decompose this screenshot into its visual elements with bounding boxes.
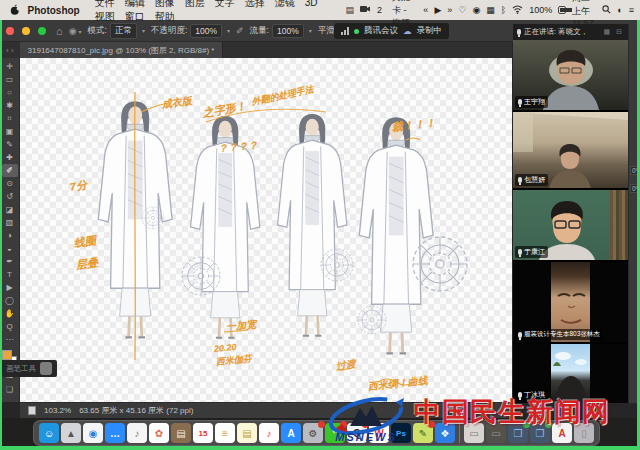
participant-tile[interactable]: 王宇翔 <box>513 40 628 110</box>
media-play-icon[interactable]: ▶ <box>434 6 441 15</box>
bluetooth-icon[interactable]: ᛒ <box>501 6 506 15</box>
dock-reminders[interactable]: ≡ <box>215 423 235 443</box>
screen-share-border-left <box>0 20 2 450</box>
crop-tool[interactable]: ⌗ <box>2 112 18 125</box>
lasso-tool[interactable]: ○ <box>2 86 18 99</box>
participant-tile[interactable]: 包慧妍 <box>513 112 628 188</box>
zoom-level[interactable]: 103.2% <box>44 406 71 415</box>
pen-tool[interactable]: ✒ <box>2 255 18 268</box>
dock-photos[interactable]: ✿ <box>149 423 169 443</box>
participant-tile[interactable]: 服装设计专生本803张林杰 <box>513 262 628 342</box>
menubar-clock[interactable]: 周二 上午11:57 <box>572 0 596 28</box>
dock-launchpad[interactable]: ▲ <box>61 423 81 443</box>
record-icon[interactable]: ◉ <box>472 6 480 15</box>
mode-field[interactable]: 模式: 正常▾ <box>88 23 145 39</box>
hand-tool[interactable]: ✋ <box>2 307 18 320</box>
eyedropper-tool[interactable]: ✎ <box>2 138 18 151</box>
gradient-tool[interactable]: ▧ <box>2 216 18 229</box>
panel-field[interactable]: 0% <box>630 166 637 175</box>
move-tool[interactable]: ✛ <box>2 60 18 73</box>
screen-share-icon[interactable]: ▤ <box>345 6 354 15</box>
menu-item-9[interactable]: 窗口 <box>125 11 145 22</box>
dock-app-store[interactable]: A <box>281 423 301 443</box>
dock-calendar[interactable]: 15 <box>193 423 213 443</box>
more-tools-button[interactable]: ⋯ <box>2 333 18 346</box>
brush-preset-icon[interactable]: ◉▾ <box>69 26 82 36</box>
dock-media-app[interactable]: ♪ <box>127 423 147 443</box>
dock-contacts[interactable]: ▤ <box>171 423 191 443</box>
path-select-tool[interactable]: ▶ <box>2 281 18 294</box>
document-tab[interactable]: 3191647087810_pic.jpg @ 103% (图层 2, RGB/… <box>20 42 224 58</box>
screen: Photoshop 文件编辑图像图层文字选择滤镜3D视图窗口帮助 ▤ 2 莫妮卡… <box>0 0 640 450</box>
watermark-logo: MSNEWS <box>318 394 414 446</box>
mode-value: 正常 <box>110 23 137 39</box>
participant-tile[interactable]: 于康江 <box>513 190 628 260</box>
menu-item-4[interactable]: 文字 <box>215 0 235 8</box>
keyboard-icon[interactable]: ▦ <box>486 6 495 15</box>
history-brush-tool[interactable]: ↺ <box>2 190 18 203</box>
tab-scroll-chevrons[interactable]: ‹ › <box>0 46 20 55</box>
media-next-icon[interactable]: » <box>447 6 452 15</box>
marquee-tool[interactable]: ▭ <box>2 73 18 86</box>
meeting-camera-icon[interactable] <box>360 5 371 15</box>
wand-tool[interactable]: ✱ <box>2 99 18 112</box>
blur-tool[interactable]: ◑ <box>2 229 18 242</box>
opacity-field[interactable]: 不透明度: 100%▾ <box>151 24 230 38</box>
pressure-opacity-icon[interactable]: ✐ <box>236 26 244 36</box>
participant-name: 于康江 <box>524 247 545 257</box>
notification-list-icon[interactable]: ≡ <box>629 6 634 15</box>
sketch-annotation: 过渡 <box>335 357 357 374</box>
watermark-logo-text: MSNEWS <box>335 431 397 443</box>
healing-tool[interactable]: ✚ <box>2 151 18 164</box>
fashion-sketch <box>20 58 512 402</box>
shape-tool[interactable]: ◯ <box>2 294 18 307</box>
zoom-tool[interactable]: Q <box>2 320 18 333</box>
brush-tool[interactable]: ✐ <box>2 164 18 177</box>
tooltip-pill <box>40 362 52 375</box>
stamp-tool[interactable]: ⊙ <box>2 177 18 190</box>
panel-field[interactable]: 0% <box>630 184 637 193</box>
menu-item-3[interactable]: 图层 <box>185 0 205 8</box>
menu-item-1[interactable]: 编辑 <box>125 0 145 8</box>
wifi-icon[interactable] <box>512 5 523 16</box>
dock-notes[interactable]: ▤ <box>237 423 257 443</box>
ps-tab-row: ‹ › 3191647087810_pic.jpg @ 103% (图层 2, … <box>0 42 512 58</box>
home-icon[interactable]: ⌂ <box>56 25 63 37</box>
menu-item-5[interactable]: 选择 <box>245 0 265 8</box>
document-dimensions[interactable]: 63.65 厘米 x 45.16 厘米 (72 ppi) <box>79 405 193 416</box>
type-tool[interactable]: T <box>2 268 18 281</box>
menu-item-2[interactable]: 图像 <box>155 0 175 8</box>
dodge-tool[interactable]: ◒ <box>2 242 18 255</box>
media-prev-icon[interactable]: « <box>423 6 428 15</box>
window-minimize-button[interactable] <box>22 27 30 35</box>
dock-finder[interactable]: ☺ <box>39 423 59 443</box>
menu-item-8[interactable]: 视图 <box>95 11 115 22</box>
menu-item-0[interactable]: 文件 <box>95 0 115 8</box>
ps-canvas[interactable]: 成衣版之字形！外翻的处理手法？？？？裁！！！7分线圈层叠一加宽20.20西米伽芬… <box>20 58 512 402</box>
menu-item-7[interactable]: 3D <box>305 0 318 8</box>
foreground-color-swatch[interactable] <box>2 350 12 360</box>
flow-field[interactable]: 流量: 100%▾ <box>250 24 312 38</box>
dock-music[interactable]: ♪ <box>259 423 279 443</box>
dock-messages[interactable]: … <box>105 423 125 443</box>
participant-name: 服装设计专生本803张林杰 <box>524 330 600 339</box>
window-zoom-button[interactable] <box>38 27 46 35</box>
eraser-tool[interactable]: ◪ <box>2 203 18 216</box>
tencent-meeting-bar[interactable]: 腾讯会议 ☁ 录制中 <box>334 23 449 39</box>
signal-icon <box>341 27 349 35</box>
document-title: 3191647087810_pic.jpg @ 103% (图层 2, RGB/… <box>28 45 215 56</box>
screen-mode-button[interactable]: ❏ <box>2 383 18 396</box>
dock-safari[interactable]: ◉ <box>83 423 103 443</box>
sketch-annotation: 线圈 <box>73 233 97 251</box>
menubar-app-name[interactable]: Photoshop <box>28 5 80 16</box>
menu-item-10[interactable]: 帮助 <box>155 11 175 22</box>
control-center-icon[interactable]: ◐ <box>617 6 622 15</box>
frame-tool[interactable]: ▣ <box>2 125 18 138</box>
ps-toolbar: ✛▭○✱⌗▣✎✚✐⊙↺◪▧◑◒✒T▶◯✋Q ⋯ ◨ ❏ <box>0 58 20 402</box>
heart-icon[interactable]: ♡ <box>458 6 466 15</box>
window-close-button[interactable] <box>6 27 14 35</box>
menu-item-6[interactable]: 滤镜 <box>275 0 295 8</box>
site-watermark: MSNEWS 中国民生新闻网 <box>318 394 610 446</box>
spotlight-search-icon[interactable] <box>602 5 611 16</box>
apple-logo-icon[interactable] <box>10 4 20 16</box>
